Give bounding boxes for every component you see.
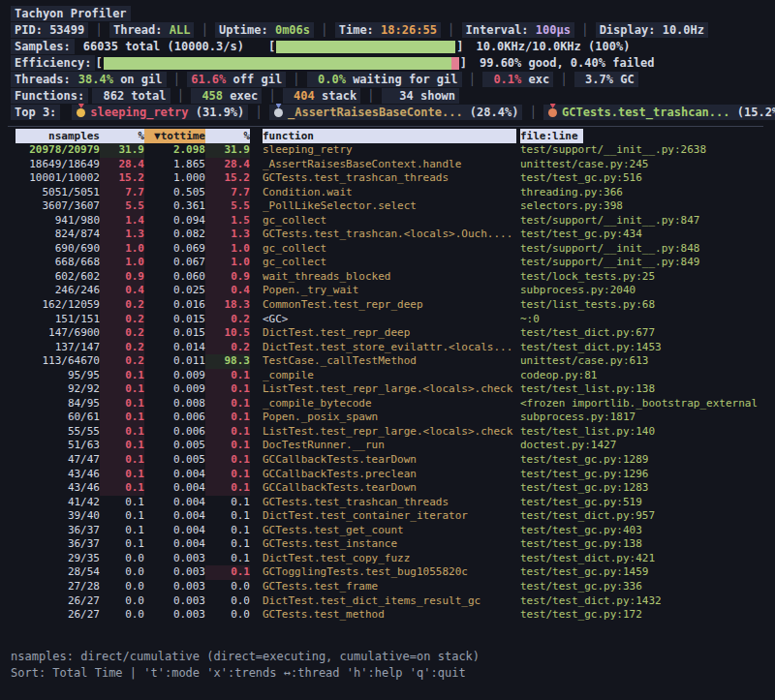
cell-cumulative-percent: 0.1 — [205, 565, 250, 580]
cell-cumulative-percent: 0.1 — [205, 496, 250, 510]
table-row[interactable]: 5051/50517.70.5057.7Condition.waitthread… — [11, 186, 767, 200]
table-row[interactable]: 246/2460.40.0250.4Popen._try_waitsubproc… — [11, 284, 767, 298]
threads-value: 38.4% — [78, 72, 113, 88]
cell-file-line: test/test_list.py:138 — [520, 382, 767, 397]
cell-nsamples: 26/27 — [16, 594, 100, 609]
table-row[interactable]: 47/470.10.0050.1GCCallbackTests.tearDown… — [11, 453, 767, 468]
cell-file-line: test/test_dict.py:957 — [520, 509, 767, 524]
table-row[interactable]: 824/8741.30.0821.3GCTests.test_trashcan.… — [11, 228, 767, 242]
cell-cumulative-percent: 0.1 — [205, 524, 250, 538]
table-row[interactable]: 27/280.00.0030.0GCTests.test_frametest/t… — [11, 580, 767, 594]
cell-nsamples: 18649/18649 — [16, 158, 100, 172]
table-row[interactable]: 602/6020.90.0600.9wait_threads_blockedte… — [11, 270, 767, 285]
table-row[interactable]: 18649/1864928.41.86528.4_AssertRaisesBas… — [11, 158, 767, 172]
cell-file-line: test/test_list.py:140 — [520, 425, 767, 440]
table-row[interactable]: 84/950.10.0080.1_compile_bytecode<frozen… — [11, 397, 767, 411]
footer-keybindings-help: Sort: Total Time | 't':mode 'x':trends ↔… — [11, 665, 767, 682]
info-pair-label: Interval: — [466, 23, 536, 37]
functions-value: 862 — [96, 88, 124, 105]
cell-function-name: _AssertRaisesBaseContext.handle — [263, 158, 516, 172]
table-row[interactable]: 95/950.10.0090.1_compilecodeop.py:81 — [11, 369, 767, 383]
cell-tottime: 0.003 — [144, 565, 205, 580]
table-row[interactable]: 39/400.10.0040.1DictTest.test_container_… — [11, 509, 767, 524]
efficiency-bar-open-bracket: [ — [95, 56, 102, 70]
table-row[interactable]: 941/9801.40.0941.5gc_collecttest/support… — [11, 214, 767, 228]
threads-label: Threads: — [11, 72, 75, 87]
column-header-%[interactable]: % — [100, 129, 144, 143]
cell-function-name: GCTests.test_instance — [263, 537, 516, 552]
cell-direct-percent: 0.1 — [100, 397, 144, 411]
cell-file-line: test/test_gc.py:1283 — [520, 481, 767, 496]
table-row[interactable]: 20978/2097931.92.09831.9sleeping_retryte… — [11, 143, 767, 158]
top3-percentage: (31.9%) — [196, 106, 245, 119]
cell-tottime: 0.004 — [144, 509, 205, 524]
cell-cumulative-percent: 1.0 — [205, 242, 250, 257]
column-header-file-line[interactable]: file:line — [520, 129, 767, 143]
table-row[interactable]: 29/350.00.0030.1DictTest.test_copy_fuzzt… — [11, 552, 767, 566]
column-header-%[interactable]: % — [205, 129, 250, 143]
top3-entry: GCTests.test_trashcan... (15.2%) — [543, 105, 775, 120]
table-row[interactable]: 60/610.10.0060.1Popen._posix_spawnsubpro… — [11, 411, 767, 425]
table-row[interactable]: 36/370.10.0040.1GCTests.test_instancetes… — [11, 537, 767, 552]
cell-cumulative-percent: 0.1 — [205, 369, 250, 383]
table-row[interactable]: 162/120590.20.01618.3CommonTest.test_rep… — [11, 298, 767, 313]
separator-bar: │ — [360, 89, 382, 103]
cell-file-line: test/test_dict.py:1432 — [520, 594, 767, 609]
samples-total: 66035 total (10000.3/s) — [83, 40, 244, 53]
cell-file-line: subprocess.py:2040 — [520, 284, 767, 298]
cell-cumulative-percent: 7.7 — [205, 186, 250, 200]
table-row[interactable]: 43/460.10.0040.1GCCallbackTests.tearDown… — [11, 481, 767, 496]
table-row[interactable]: 690/6901.00.0691.0gc_collecttest/support… — [11, 242, 767, 257]
cell-direct-percent: 0.1 — [100, 411, 144, 425]
cell-function-name: GCCallbackTests.tearDown — [263, 481, 516, 496]
table-row[interactable]: 10001/1000215.21.00015.2GCTests.test_tra… — [11, 171, 767, 186]
cell-file-line: test/support/__init__.py:2638 — [520, 143, 767, 158]
table-row[interactable]: 26/270.00.0030.0GCTests.test_methodtest/… — [11, 608, 767, 623]
column-header-label: % — [205, 129, 250, 143]
column-header-label: ▼tottime — [144, 129, 205, 143]
table-row[interactable]: 92/920.10.0090.1ListTest.test_repr_large… — [11, 382, 767, 397]
cell-nsamples: 113/64670 — [16, 354, 100, 369]
column-header-function[interactable]: function — [263, 129, 516, 143]
cell-nsamples: 55/55 — [16, 425, 100, 440]
cell-direct-percent: 0.9 — [100, 270, 144, 285]
functions-label: Functions: — [11, 88, 88, 104]
cell-tottime: 0.009 — [144, 382, 205, 397]
table-row[interactable]: 28/540.00.0030.1GCTogglingTests.test_bug… — [11, 565, 767, 580]
info-pair-thread: Thread: ALL — [109, 22, 194, 38]
cell-nsamples: 36/37 — [16, 537, 100, 552]
table-row[interactable]: 51/630.10.0050.1DocTestRunner.__rundocte… — [11, 439, 767, 453]
cell-function-name: ListTest.test_repr_large.<locals>.check — [263, 425, 516, 440]
table-row[interactable]: 137/1470.20.0140.2DictTest.test_store_ev… — [11, 341, 767, 355]
cell-tottime: 0.003 — [144, 594, 205, 609]
table-row[interactable]: 43/460.10.0040.1GCCallbackTests.preclean… — [11, 468, 767, 482]
separator-bar: │ — [522, 106, 543, 119]
top3-function-name: sleeping_retry — [90, 106, 195, 119]
cell-tottime: 0.004 — [144, 468, 205, 482]
table-row[interactable]: 3607/36075.50.3615.5_PollLikeSelector.se… — [11, 199, 767, 214]
cell-direct-percent: 0.1 — [100, 468, 144, 482]
cell-nsamples: 36/37 — [16, 524, 100, 538]
table-row[interactable]: 55/550.10.0060.1ListTest.test_repr_large… — [11, 425, 767, 440]
cell-function-name: Popen._try_wait — [263, 284, 516, 298]
table-row[interactable]: 36/370.10.0040.1GCTests.test_get_countte… — [11, 524, 767, 538]
cell-file-line: selectors.py:398 — [520, 199, 767, 214]
cell-nsamples: 147/6900 — [16, 326, 100, 341]
cell-tottime: 0.505 — [144, 186, 205, 200]
threads-value: 3.7% — [578, 72, 613, 88]
efficiency-bar-failed-fill — [451, 57, 458, 70]
cell-function-name: gc_collect — [263, 214, 516, 228]
table-row[interactable]: 113/646700.20.01198.3TestCase._callTestM… — [11, 354, 767, 369]
table-row[interactable]: 668/6681.00.0671.0gc_collecttest/support… — [11, 256, 767, 270]
table-row[interactable]: 26/270.00.0030.0DictTest.test_dict_items… — [11, 594, 767, 609]
cell-file-line: test/list_tests.py:68 — [520, 298, 767, 313]
cell-function-name: sleeping_retry — [263, 143, 516, 158]
separator-bar: │ — [286, 73, 307, 86]
functions-text: shown — [414, 89, 455, 103]
table-row[interactable]: 147/69000.20.01510.5DictTest.test_repr_d… — [11, 326, 767, 341]
column-header-nsamples[interactable]: nsamples — [16, 129, 100, 143]
table-row[interactable]: 151/1510.20.0150.2<GC>~:0 — [11, 313, 767, 327]
cell-direct-percent: 0.2 — [100, 354, 144, 369]
column-header-tottime[interactable]: ▼tottime — [144, 129, 205, 143]
table-row[interactable]: 41/420.10.0040.1GCTests.test_trashcan_th… — [11, 496, 767, 510]
